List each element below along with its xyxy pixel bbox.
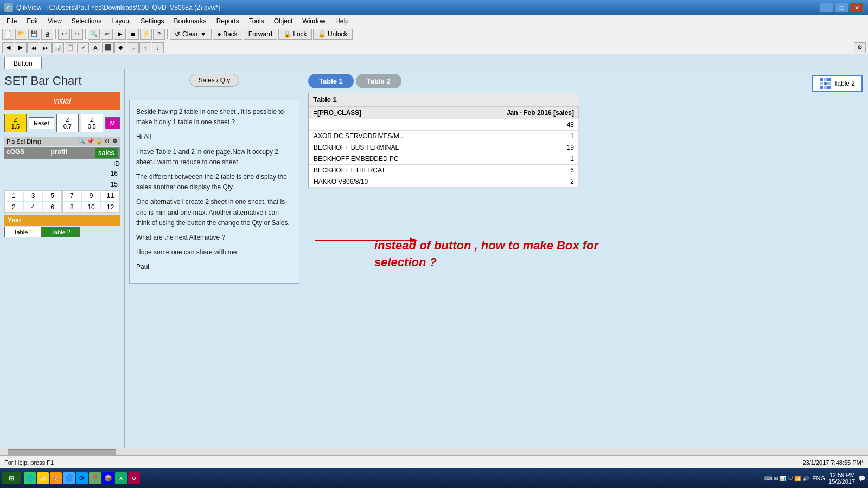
m-button[interactable]: M <box>105 117 120 129</box>
z-1-5-button[interactable]: Z 1.5 <box>4 114 27 132</box>
t2-btn8[interactable]: A <box>90 42 101 53</box>
num-8[interactable]: 8 <box>62 202 81 213</box>
num-11[interactable]: 11 <box>101 190 120 201</box>
num-7[interactable]: 7 <box>62 190 81 201</box>
partial-reload-btn[interactable]: ⚡ <box>140 29 152 40</box>
num-12[interactable]: 12 <box>101 202 120 213</box>
sales-qty-button[interactable]: Sales / Qty <box>189 74 240 87</box>
t2-btn4[interactable]: ⏭ <box>40 42 52 53</box>
taskbar-explorer[interactable]: 📁 <box>37 472 49 484</box>
t2-btn11[interactable]: ⬦ <box>127 42 139 53</box>
z-0-7-button[interactable]: Z 0.7 <box>56 114 79 132</box>
minimize-button[interactable]: ─ <box>819 3 833 12</box>
menu-help[interactable]: Help <box>331 16 353 26</box>
menu-tools[interactable]: Tools <box>245 16 269 26</box>
taskbar-chrome[interactable]: 🌀 <box>63 472 75 484</box>
num-6[interactable]: 6 <box>43 202 62 213</box>
z-0-5-button[interactable]: Z 0.5 <box>81 114 103 132</box>
t2-btn10[interactable]: ◆ <box>114 42 126 53</box>
stop-btn[interactable]: ⏹ <box>127 29 139 40</box>
annotation-line2: selection ? <box>374 254 598 271</box>
horizontal-scrollbar[interactable] <box>0 448 868 455</box>
table2-widget[interactable]: Table 2 <box>812 75 863 92</box>
table-row[interactable]: BECKHOFF EMBEDDED PC 1 <box>309 153 579 165</box>
maximize-button[interactable]: □ <box>834 3 848 12</box>
window-controls[interactable]: ─ □ ✕ <box>819 3 864 12</box>
taskbar-maps[interactable]: 📍 <box>89 472 101 484</box>
t2-btn6[interactable]: 📋 <box>65 42 76 53</box>
unlock-button[interactable]: 🔓 Unlock <box>313 29 353 40</box>
settings-dim-icon: ⚙ <box>112 138 118 145</box>
clear-button[interactable]: ↺ Clear ▼ <box>170 29 212 40</box>
menu-window[interactable]: Window <box>298 16 330 26</box>
reset-button[interactable]: Reset <box>29 117 54 129</box>
taskbar-lang: ENG <box>812 475 825 481</box>
taskbar-ie[interactable]: 🌐 <box>24 472 36 484</box>
table-row[interactable]: BECKHOFF BUS TERMINAL 19 <box>309 142 579 153</box>
status-right: 23/1/2017 7:48:55 PM* <box>802 459 864 466</box>
taskbar-dropbox[interactable]: 📦 <box>102 472 114 484</box>
table-row[interactable]: BECKHOFF ETHERCAT 6 <box>309 165 579 176</box>
menu-selections[interactable]: Selections <box>67 16 106 26</box>
tab-button[interactable]: Button <box>4 57 42 69</box>
redo-btn[interactable]: ↪ <box>71 29 83 40</box>
taskbar-outlook[interactable]: O <box>128 472 140 484</box>
dim-row: Pls Sel Dim() 🔍 📌 🔒 XL ⚙ <box>4 137 120 146</box>
menu-edit[interactable]: Edit <box>22 16 42 26</box>
menu-view[interactable]: View <box>43 16 66 26</box>
t2-btn13[interactable]: ↓ <box>152 42 164 53</box>
reload-btn[interactable]: ▶ <box>114 29 126 40</box>
pin-icon: 📌 <box>87 138 94 145</box>
num-5[interactable]: 5 <box>43 190 62 201</box>
menu-settings[interactable]: Settings <box>136 16 168 26</box>
taskbar-paint[interactable]: 🎨 <box>50 472 62 484</box>
initial-button[interactable]: initial <box>4 92 120 110</box>
table-row[interactable]: 48 <box>309 119 579 131</box>
forward-button[interactable]: Forward <box>244 29 277 40</box>
save-btn[interactable]: 💾 <box>28 29 40 40</box>
undo-btn[interactable]: ↩ <box>58 29 70 40</box>
start-button[interactable]: ⊞ <box>2 472 21 484</box>
search-btn[interactable]: 🔍 <box>88 29 100 40</box>
table-row[interactable]: AXOR DC SERVODRIVES/M... 1 <box>309 131 579 142</box>
edit-script-btn[interactable]: ✏ <box>101 29 113 40</box>
num-2[interactable]: 2 <box>4 202 23 213</box>
t2-btn3[interactable]: ⏮ <box>27 42 39 53</box>
t2-btn14[interactable]: ⚙ <box>854 42 866 53</box>
print-btn[interactable]: 🖨 <box>41 29 53 40</box>
taskbar-excel[interactable]: X <box>115 472 127 484</box>
table-row[interactable]: HAKKO V806/8/10 2 <box>309 176 579 188</box>
tab-table1[interactable]: Table 1 <box>308 74 354 88</box>
lock-button[interactable]: 🔒 Lock <box>278 29 312 40</box>
taskbar-teamviewer[interactable]: ⟳ <box>76 472 88 484</box>
t2-btn9[interactable]: ⬛ <box>102 42 114 53</box>
t2-btn12[interactable]: ↑ <box>139 42 151 53</box>
new-btn[interactable]: 📄 <box>2 29 14 40</box>
close-button[interactable]: ✕ <box>850 3 864 12</box>
scrollbar-thumb[interactable] <box>8 449 116 455</box>
table-tab-2[interactable]: Table 2 <box>42 227 79 237</box>
open-btn[interactable]: 📂 <box>15 29 27 40</box>
table-tab-1[interactable]: Table 1 <box>4 227 42 237</box>
back-button[interactable]: ● Back <box>213 29 242 40</box>
num-10[interactable]: 10 <box>82 202 101 213</box>
num-3[interactable]: 3 <box>24 190 43 201</box>
t2-btn5[interactable]: 📊 <box>52 42 64 53</box>
discussion-para1: I have Table 1 and 2 in one page.Now it … <box>136 147 292 168</box>
t2-btn1[interactable]: ◀ <box>2 42 14 53</box>
num-9[interactable]: 9 <box>82 190 101 201</box>
taskbar-icons: ⌨ ✉ 📊 🛡 📶 🔊 <box>764 476 809 481</box>
tab-table2[interactable]: Table 2 <box>356 74 401 88</box>
notification-icon[interactable]: 💬 <box>858 475 866 482</box>
t2-btn2[interactable]: ▶ <box>15 42 27 53</box>
menu-file[interactable]: File <box>2 16 21 26</box>
menu-layout[interactable]: Layout <box>107 16 135 26</box>
lock-icon: 🔒 <box>283 30 291 38</box>
num-1[interactable]: 1 <box>4 190 23 201</box>
menu-object[interactable]: Object <box>270 16 297 26</box>
num-4[interactable]: 4 <box>24 202 43 213</box>
t2-btn7[interactable]: ✓ <box>77 42 89 53</box>
menu-bookmarks[interactable]: Bookmarks <box>170 16 211 26</box>
menu-reports[interactable]: Reports <box>212 16 244 26</box>
help-btn[interactable]: ? <box>153 29 165 40</box>
